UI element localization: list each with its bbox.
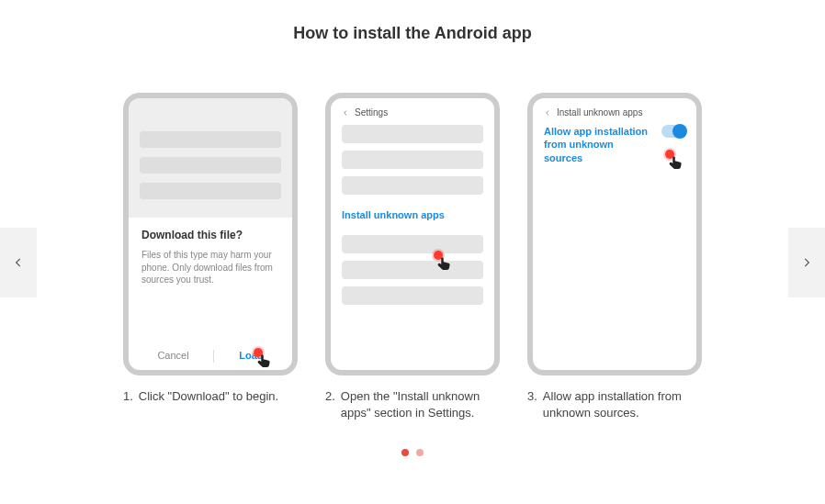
carousel-next-button[interactable] [788,228,825,297]
instruction-cards: Download this file? Files of this type m… [0,93,825,421]
step-caption: Allow app installation from unknown sour… [543,388,702,421]
step-3: Install unknown apps Allow app installat… [527,93,702,421]
carousel-pager [0,449,825,456]
chevron-right-icon [800,256,813,269]
screen-header: Install unknown apps [557,107,642,118]
chevron-left-icon [342,109,349,117]
screen-header: Settings [355,107,388,118]
hand-pointer-icon [435,254,454,274]
touch-indicator [430,251,456,276]
skeleton-line [342,176,483,195]
skeleton-line [342,261,483,279]
carousel-prev-button[interactable] [0,228,37,297]
chevron-left-icon [12,256,25,269]
touch-indicator [661,150,687,175]
divider [213,350,214,363]
skeleton-line [140,131,281,148]
hand-pointer-icon [255,352,274,372]
skeleton-line [140,157,281,174]
step-caption: Open the "Install unknown apps" section … [341,388,500,421]
page-title: How to install the Android app [0,0,825,43]
dialog-title: Download this file? [141,229,279,241]
skeleton-line [140,183,281,199]
touch-indicator [250,348,276,374]
install-unknown-apps-link[interactable]: Install unknown apps [342,202,483,228]
skeleton-line [342,151,483,169]
phone-mock-2: Settings Install unknown apps [325,93,500,375]
pager-dot[interactable] [416,449,424,456]
phone-mock-3: Install unknown apps Allow app installat… [527,93,702,375]
pager-dot-active[interactable] [401,449,409,456]
step-number: 2. [325,388,335,421]
dialog-body: Files of this type may harm your phone. … [141,249,279,286]
cancel-button[interactable]: Cancel [157,350,188,363]
skeleton-line [342,125,483,143]
chevron-left-icon [544,109,551,117]
allow-installation-toggle[interactable] [661,125,685,138]
step-2: Settings Install unknown apps 2. Ope [325,93,500,421]
step-number: 1. [123,388,133,405]
step-number: 3. [527,388,537,421]
step-caption: Click "Download" to begin. [139,388,278,405]
hand-pointer-icon [667,153,685,174]
step-1: Download this file? Files of this type m… [123,93,298,421]
allow-installation-label: Allow app installation from unknown sour… [544,125,654,164]
skeleton-line [342,235,483,253]
phone-mock-1: Download this file? Files of this type m… [123,93,298,375]
skeleton-line [342,286,483,305]
